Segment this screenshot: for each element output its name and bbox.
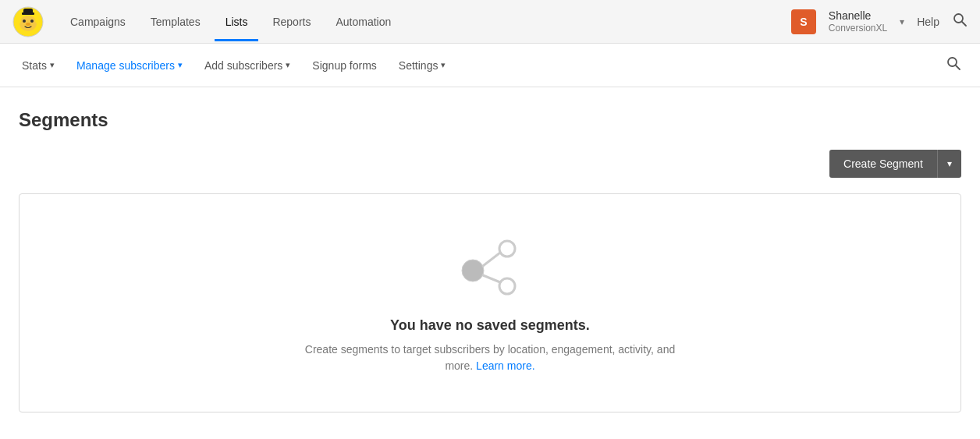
main-content: Segments Create Segment ▾ You have no sa… xyxy=(0,87,980,439)
freddie-logo[interactable] xyxy=(12,6,44,37)
svg-point-14 xyxy=(499,241,515,257)
subnav-settings-caret: ▾ xyxy=(441,60,446,70)
svg-point-9 xyxy=(954,14,963,23)
page-title: Segments xyxy=(19,109,961,131)
nav-automation[interactable]: Automation xyxy=(325,9,402,34)
top-nav: Campaigns Templates Lists Reports Automa… xyxy=(0,0,980,44)
svg-rect-8 xyxy=(23,9,33,14)
user-dropdown-icon[interactable]: ▾ xyxy=(900,16,904,27)
subnav-settings[interactable]: Settings ▾ xyxy=(389,53,456,78)
svg-point-4 xyxy=(26,23,30,26)
subnav-stats-label: Stats xyxy=(22,59,47,72)
svg-point-6 xyxy=(35,17,40,23)
svg-point-2 xyxy=(23,19,26,23)
subnav-add-caret: ▾ xyxy=(286,60,290,70)
svg-line-10 xyxy=(962,22,966,26)
sub-nav-search-icon[interactable] xyxy=(939,49,968,81)
top-search-icon[interactable] xyxy=(952,12,968,31)
create-segment-btn-group: Create Segment ▾ xyxy=(829,150,961,178)
empty-state-description: Create segments to target subscribers by… xyxy=(295,342,685,374)
subnav-add-label: Add subscribers xyxy=(204,59,282,72)
segment-illustration xyxy=(451,232,529,302)
subnav-manage-subscribers[interactable]: Manage subscribers ▾ xyxy=(67,53,192,78)
help-link[interactable]: Help xyxy=(917,16,939,28)
toolbar: Create Segment ▾ xyxy=(19,150,961,178)
svg-point-5 xyxy=(16,17,21,23)
svg-point-15 xyxy=(499,278,515,294)
svg-point-3 xyxy=(30,19,34,23)
sub-nav: Stats ▾ Manage subscribers ▾ Add subscri… xyxy=(0,44,980,87)
svg-line-16 xyxy=(483,253,500,266)
user-company: ConversionXL xyxy=(829,23,887,35)
nav-templates[interactable]: Templates xyxy=(140,9,211,34)
subnav-stats-caret: ▾ xyxy=(50,60,55,70)
svg-point-11 xyxy=(948,58,957,66)
svg-point-13 xyxy=(462,260,484,281)
learn-more-link[interactable]: Learn more. xyxy=(476,359,534,372)
subnav-signup-forms[interactable]: Signup forms xyxy=(303,53,385,78)
subnav-manage-caret: ▾ xyxy=(178,60,183,70)
user-info[interactable]: Shanelle ConversionXL xyxy=(829,9,887,35)
empty-state-title: You have no saved segments. xyxy=(390,317,590,334)
create-segment-dropdown-icon: ▾ xyxy=(947,158,952,169)
subnav-signup-label: Signup forms xyxy=(312,59,376,72)
create-segment-button[interactable]: Create Segment xyxy=(829,150,937,178)
empty-state-card: You have no saved segments. Create segme… xyxy=(19,193,961,412)
nav-campaigns[interactable]: Campaigns xyxy=(59,9,137,34)
subnav-stats[interactable]: Stats ▾ xyxy=(12,53,64,78)
svg-line-12 xyxy=(956,65,960,69)
create-segment-dropdown-button[interactable]: ▾ xyxy=(937,150,961,178)
subnav-manage-label: Manage subscribers xyxy=(76,59,175,72)
user-avatar[interactable]: S xyxy=(791,9,816,34)
subnav-settings-label: Settings xyxy=(399,59,439,72)
nav-reports[interactable]: Reports xyxy=(261,9,321,34)
subnav-add-subscribers[interactable]: Add subscribers ▾ xyxy=(195,53,300,78)
top-nav-links: Campaigns Templates Lists Reports Automa… xyxy=(59,9,791,34)
svg-line-17 xyxy=(483,275,500,282)
user-name: Shanelle xyxy=(829,9,887,23)
top-nav-right: S Shanelle ConversionXL ▾ Help xyxy=(791,9,968,35)
nav-lists[interactable]: Lists xyxy=(215,9,259,34)
